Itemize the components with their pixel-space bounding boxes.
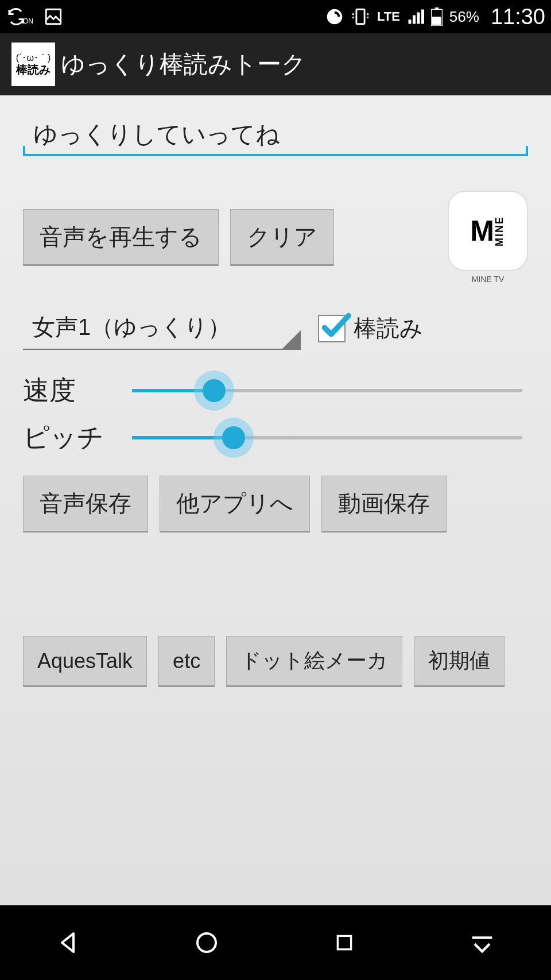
clear-button[interactable]: クリア bbox=[230, 209, 334, 266]
other-app-button[interactable]: 他アプリへ bbox=[160, 476, 310, 533]
reset-button[interactable]: 初期値 bbox=[414, 636, 505, 687]
speed-slider-row: 速度 bbox=[23, 373, 528, 408]
dot-maker-button[interactable]: ドット絵メーカ bbox=[226, 636, 402, 687]
status-bar: ON LTE 56% 11:30 bbox=[0, 0, 551, 33]
pitch-slider[interactable] bbox=[132, 436, 522, 439]
app-header: (´･ω･｀) 棒読み ゆっくり棒読みトーク bbox=[0, 33, 551, 95]
monotone-checkbox-wrap[interactable]: 棒読み bbox=[318, 312, 423, 344]
navigation-bar bbox=[0, 905, 551, 980]
nfc-icon bbox=[325, 7, 344, 26]
monotone-checkbox[interactable] bbox=[318, 315, 346, 342]
monotone-label: 棒読み bbox=[354, 312, 423, 344]
save-video-button[interactable]: 動画保存 bbox=[321, 476, 447, 533]
text-input-container bbox=[23, 118, 528, 156]
content-area: 音声を再生する クリア M MINE MINE TV 女声1（ゆっくり） 棒読み… bbox=[0, 95, 551, 905]
vibrate-icon bbox=[351, 7, 370, 26]
ad-label: MINE TV bbox=[472, 275, 505, 284]
voice-selector[interactable]: 女声1（ゆっくり） bbox=[23, 307, 301, 350]
battery-percent: 56% bbox=[449, 8, 479, 26]
sync-icon: ON bbox=[6, 6, 33, 27]
app-title: ゆっくり棒読みトーク bbox=[61, 48, 306, 80]
image-icon bbox=[44, 7, 63, 26]
speech-text-input[interactable] bbox=[26, 118, 525, 151]
play-audio-button[interactable]: 音声を再生する bbox=[23, 209, 219, 266]
speed-slider[interactable] bbox=[132, 389, 522, 392]
recent-button[interactable] bbox=[329, 927, 360, 958]
ad-block[interactable]: M MINE MINE TV bbox=[448, 191, 528, 284]
svg-rect-6 bbox=[337, 936, 351, 949]
save-audio-button[interactable]: 音声保存 bbox=[23, 476, 148, 533]
dropdown-button[interactable] bbox=[467, 927, 498, 958]
svg-rect-1 bbox=[356, 9, 364, 24]
aquestalk-button[interactable]: AquesTalk bbox=[23, 636, 147, 687]
svg-rect-3 bbox=[435, 7, 439, 9]
svg-rect-4 bbox=[432, 17, 441, 25]
pitch-label: ピッチ bbox=[23, 420, 126, 456]
signal-icon bbox=[407, 8, 424, 25]
lte-indicator: LTE bbox=[377, 9, 400, 24]
etc-button[interactable]: etc bbox=[158, 636, 215, 687]
app-icon: (´･ω･｀) 棒読み bbox=[11, 43, 55, 86]
back-button[interactable] bbox=[53, 927, 84, 958]
ad-icon: M MINE bbox=[448, 191, 528, 271]
home-button[interactable] bbox=[191, 927, 222, 958]
clock: 11:30 bbox=[491, 5, 545, 29]
battery-icon bbox=[431, 7, 443, 26]
speed-label: 速度 bbox=[23, 373, 126, 408]
pitch-slider-row: ピッチ bbox=[23, 420, 528, 456]
svg-point-5 bbox=[197, 933, 216, 952]
